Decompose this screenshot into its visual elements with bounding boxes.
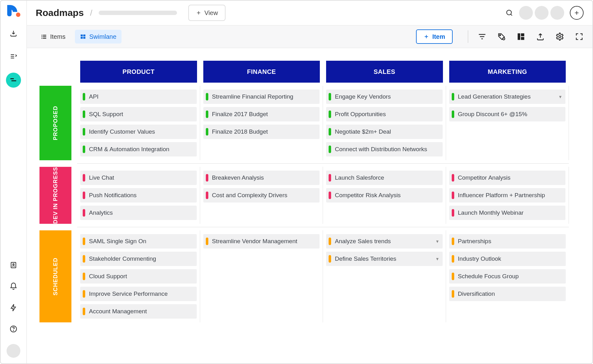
card[interactable]: Improve Service Performance: [80, 287, 197, 301]
card[interactable]: Finalize 2017 Budget: [203, 107, 320, 121]
card-title: Stakeholder Commenting: [89, 255, 156, 262]
card-title: Engage Key Vendors: [335, 93, 391, 100]
card[interactable]: Negotiate $2m+ Deal: [326, 125, 443, 139]
card-title: Identify Customer Values: [89, 128, 155, 135]
avatar[interactable]: [535, 6, 549, 20]
card-status-bar: [83, 146, 85, 153]
lane-label-scheduled: SCHEDULED: [39, 230, 71, 322]
card-status-bar: [452, 93, 454, 100]
card[interactable]: Cost and Complexity Drivers: [203, 188, 320, 203]
lane-cell: Launch SalesforceCompetitor Risk Analysi…: [323, 167, 446, 224]
card[interactable]: SQL Support: [80, 107, 197, 121]
lane-cell: Streamline Financial ReportingFinalize 2…: [200, 86, 323, 160]
card-title: Launch Salesforce: [335, 174, 384, 181]
swimlane-tab[interactable]: Swimlane: [75, 30, 122, 44]
settings-icon[interactable]: [555, 32, 564, 41]
lane-cell: Streamline Vendor Management: [200, 230, 323, 322]
lane-cell: APISQL SupportIdentify Customer ValuesCR…: [77, 86, 200, 160]
card-title: Partnerships: [458, 238, 492, 245]
fullscreen-icon[interactable]: [575, 32, 584, 41]
card[interactable]: Competitor Analysis: [449, 171, 566, 185]
card[interactable]: Cloud Support: [80, 269, 197, 284]
card[interactable]: Engage Key Vendors: [326, 90, 443, 104]
export-icon[interactable]: [536, 32, 545, 41]
filter-icon[interactable]: [478, 32, 486, 41]
lane-cell: Analyze Sales trends▼Define Sales Territ…: [323, 230, 446, 322]
user-avatar[interactable]: [7, 344, 20, 358]
card[interactable]: Launch Monthly Webinar: [449, 206, 566, 220]
card[interactable]: Identify Customer Values: [80, 125, 197, 139]
list-icon[interactable]: [7, 50, 20, 63]
card-title: Influencer Platform + Partnership: [458, 192, 545, 199]
avatar[interactable]: [550, 6, 564, 20]
inbox-icon[interactable]: [7, 28, 20, 40]
expand-caret-icon[interactable]: ▼: [435, 257, 440, 261]
card-status-bar: [452, 273, 454, 280]
card[interactable]: CRM & Automation Integration: [80, 142, 197, 156]
card[interactable]: Analyze Sales trends▼: [326, 234, 443, 249]
card[interactable]: Live Chat: [80, 171, 197, 185]
card[interactable]: Lead Generation Strategies▼: [449, 90, 566, 104]
avatar[interactable]: [519, 6, 533, 20]
card[interactable]: Analytics: [80, 206, 197, 220]
expand-caret-icon[interactable]: ▼: [558, 95, 562, 99]
card[interactable]: Group Discount 6+ @15%: [449, 107, 566, 121]
card-status-bar: [83, 174, 85, 182]
card-title: CRM & Automation Integration: [89, 146, 169, 153]
card[interactable]: Breakeven Analysis: [203, 171, 320, 185]
card-status-bar: [452, 192, 454, 199]
add-collaborator-button[interactable]: +: [570, 6, 584, 20]
card[interactable]: Push Notifications: [80, 188, 197, 203]
tag-icon[interactable]: [497, 32, 506, 41]
card-status-bar: [83, 209, 85, 217]
card[interactable]: Streamline Vendor Management: [203, 234, 320, 249]
card[interactable]: Stakeholder Commenting: [80, 252, 197, 266]
card[interactable]: SAML Single Sign On: [80, 234, 197, 249]
svg-point-20: [559, 36, 561, 38]
card[interactable]: Define Sales Territories▼: [326, 252, 443, 266]
card-title: Profit Opportunities: [335, 111, 386, 118]
card[interactable]: Schedule Focus Group: [449, 269, 566, 284]
card-status-bar: [329, 146, 331, 153]
view-button-label: View: [205, 9, 218, 17]
card[interactable]: Streamline Financial Reporting: [203, 90, 320, 104]
card-title: Diversification: [458, 290, 495, 297]
column-header: MARKETING: [449, 61, 566, 83]
lane-cell: Breakeven AnalysisCost and Complexity Dr…: [200, 167, 323, 224]
notifications-icon[interactable]: [7, 280, 20, 293]
card-status-bar: [83, 192, 85, 199]
card-status-bar: [83, 308, 85, 315]
card-status-bar: [329, 238, 331, 245]
card[interactable]: Diversification: [449, 287, 566, 301]
lane-divider: [77, 163, 569, 164]
search-icon[interactable]: [505, 9, 513, 17]
card[interactable]: Profit Opportunities: [326, 107, 443, 121]
card[interactable]: API: [80, 90, 197, 104]
layout-icon[interactable]: [517, 32, 525, 41]
card[interactable]: Connect with Distribution Networks: [326, 142, 443, 156]
card[interactable]: Partnerships: [449, 234, 566, 249]
card[interactable]: Account Management: [80, 304, 197, 319]
card[interactable]: Industry Outlook: [449, 252, 566, 266]
expand-caret-icon[interactable]: ▼: [435, 239, 440, 244]
card[interactable]: Launch Salesforce: [326, 171, 443, 185]
items-tab[interactable]: Items: [36, 30, 70, 44]
bolt-icon[interactable]: [7, 301, 20, 314]
contacts-icon[interactable]: [7, 259, 20, 271]
new-item-button[interactable]: Item: [416, 29, 453, 44]
roadmap-icon[interactable]: [6, 73, 21, 88]
help-icon[interactable]: [7, 323, 20, 335]
collaborator-avatars: [519, 6, 564, 20]
card-title: Competitor Analysis: [458, 174, 511, 181]
plus-icon: [424, 34, 429, 39]
swimlane-board: PRODUCTFINANCESALESMARKETINGPROPOSEDAPIS…: [39, 61, 569, 322]
card[interactable]: Finalize 2018 Budget: [203, 125, 320, 139]
new-item-label: Item: [432, 33, 445, 40]
card[interactable]: Competitor Risk Analysis: [326, 188, 443, 203]
swimlane-icon: [80, 33, 86, 40]
card[interactable]: Influencer Platform + Partnership: [449, 188, 566, 203]
add-view-button[interactable]: View: [188, 5, 226, 21]
card-title: Industry Outlook: [458, 255, 501, 262]
svg-point-4: [507, 10, 511, 15]
card-title: Push Notifications: [89, 192, 137, 199]
